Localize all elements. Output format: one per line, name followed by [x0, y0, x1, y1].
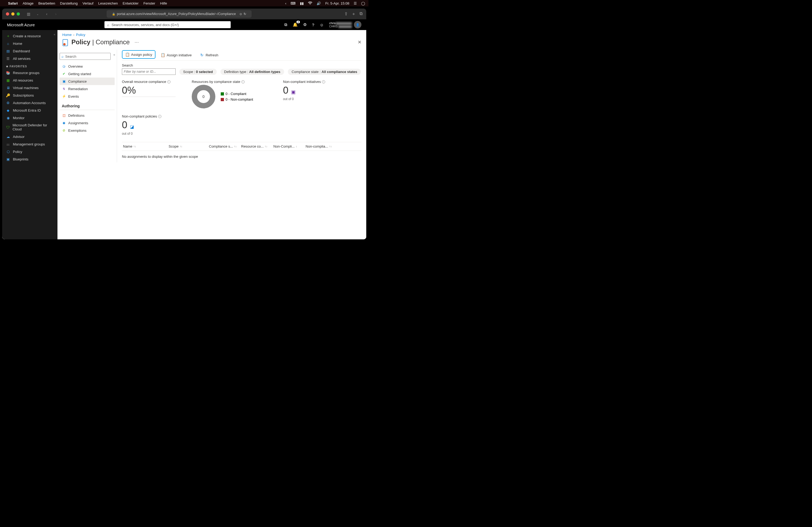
nav-label: Advisor	[13, 135, 25, 139]
nav-icon: ◆	[6, 108, 10, 112]
more-icon[interactable]: ⋯	[134, 40, 139, 45]
menu-item[interactable]: Ablage	[23, 1, 33, 5]
info-icon[interactable]: i	[167, 80, 171, 84]
nav-item-microsoft-entra-id[interactable]: ◆Microsoft Entra ID	[2, 107, 57, 114]
app-name[interactable]: Safari	[8, 1, 18, 5]
info-icon[interactable]: i	[158, 115, 161, 118]
assign-policy-button[interactable]: 📋 Assign policy	[122, 50, 156, 59]
nav-item-monitor[interactable]: ◉Monitor	[2, 114, 57, 122]
nav-create-resource[interactable]: ＋ Create a resource	[2, 32, 57, 40]
collapse-nav-icon[interactable]: «	[54, 33, 55, 36]
definition-type-filter-pill[interactable]: Definition type : All definition types	[220, 69, 284, 75]
nav-item-management-groups[interactable]: ⚏Management groups	[2, 140, 57, 148]
nav-all-services[interactable]: ☰ All services	[2, 55, 57, 62]
menu-item[interactable]: Darstellung	[60, 1, 78, 5]
menu-item[interactable]: Hilfe	[160, 1, 167, 5]
col-scope[interactable]: Scope↑↓	[169, 144, 206, 148]
chevron-left-icon[interactable]: ‹	[285, 1, 286, 5]
nav-icon: ◫	[62, 113, 66, 118]
nav-dashboard[interactable]: ▤ Dashboard	[2, 47, 57, 55]
back-icon[interactable]: ‹	[44, 11, 50, 17]
help-icon[interactable]: ?	[312, 22, 314, 27]
new-tab-icon[interactable]: ＋	[351, 11, 356, 17]
breadcrumb-home[interactable]: Home	[62, 33, 72, 37]
battery-icon[interactable]: ▮▮	[300, 1, 304, 5]
close-window-icon[interactable]	[6, 12, 9, 16]
siri-icon[interactable]: ◯	[361, 1, 365, 5]
nav-item-advisor[interactable]: ☁Advisor	[2, 133, 57, 140]
clock-datetime[interactable]: Fr. 5-Apr. 15:08	[325, 1, 349, 5]
nav-icon: 🛡	[6, 125, 10, 129]
filter-input[interactable]	[122, 69, 176, 75]
nav-icon: ☁	[6, 134, 10, 139]
share-icon[interactable]: ⇪	[344, 11, 348, 17]
forward-icon[interactable]: ›	[53, 11, 59, 17]
nav-item-blueprints[interactable]: ▣Blueprints	[2, 155, 57, 163]
menu-item[interactable]: Bearbeiten	[39, 1, 55, 5]
policy-nav-compliance[interactable]: ▣Compliance	[60, 77, 115, 85]
close-blade-icon[interactable]: ✕	[358, 40, 361, 45]
col-resource-compliance[interactable]: Resource co...↑↓	[241, 144, 271, 148]
menu-item[interactable]: Fenster	[143, 1, 155, 5]
nav-item-all-resources[interactable]: ▦All resources	[2, 76, 57, 84]
menu-item[interactable]: Entwickler	[123, 1, 139, 5]
notifications-icon[interactable]: 🔔2	[293, 22, 298, 27]
nav-item-resource-groups[interactable]: 📚Resource groups	[2, 69, 57, 76]
azure-search-input[interactable]: ⌕ Search resources, services, and docs (…	[104, 21, 231, 28]
account-name: chris	[329, 21, 336, 25]
minimize-window-icon[interactable]	[11, 12, 14, 16]
breadcrumb-policy[interactable]: Policy	[76, 33, 85, 37]
nav-label: All services	[13, 57, 31, 61]
wifi-icon[interactable]	[308, 2, 312, 5]
tabs-icon[interactable]: ⧉	[360, 11, 362, 17]
menu-item[interactable]: Verlauf	[83, 1, 93, 5]
nav-item-policy[interactable]: ⬡Policy	[2, 148, 57, 155]
collapse-policy-nav-icon[interactable]: «	[113, 53, 115, 57]
zoom-window-icon[interactable]	[17, 12, 20, 16]
chevron-down-icon[interactable]: ⌄	[34, 11, 41, 17]
nav-label: Compliance	[68, 79, 87, 84]
feedback-icon[interactable]: ☺	[320, 22, 323, 27]
scope-filter-pill[interactable]: Scope : 0 selected	[179, 69, 217, 75]
refresh-button[interactable]: ↻ Refresh	[197, 51, 221, 59]
policy-nav-definitions[interactable]: ◫Definitions	[60, 111, 115, 119]
reload-icon[interactable]: ↻	[244, 12, 246, 16]
nav-home[interactable]: ⌂ Home	[2, 40, 57, 47]
nav-item-virtual-machines[interactable]: 🖥Virtual machines	[2, 84, 57, 91]
sidebar-toggle-icon[interactable]: ▥	[25, 11, 32, 17]
col-noncompliant-resources[interactable]: Non-Compli...↓	[273, 144, 303, 148]
azure-logo[interactable]: Microsoft Azure	[7, 22, 35, 27]
settings-icon[interactable]: ⚙	[303, 22, 307, 27]
cloud-shell-icon[interactable]: ⧉	[284, 22, 287, 27]
avatar: 👤	[354, 21, 361, 28]
col-noncompliant-policies[interactable]: Non-complia...↑↓	[306, 144, 335, 148]
info-icon[interactable]: i	[242, 80, 245, 84]
translate-icon[interactable]: ⊙	[240, 12, 242, 16]
volume-icon[interactable]: 🔊	[317, 1, 321, 5]
compliance-state-filter-pill[interactable]: Compliance state : All compliance states	[288, 69, 361, 75]
assign-initiative-button[interactable]: 📋 Assign initiative	[158, 51, 194, 59]
svg-point-1	[63, 43, 66, 45]
account-menu[interactable]: chris CHRIS 👤	[329, 21, 361, 28]
nav-label: All resources	[13, 78, 33, 82]
info-icon[interactable]: i	[322, 80, 325, 84]
policy-nav-search[interactable]: ⌕ Search	[60, 53, 111, 60]
policy-nav-getting-started[interactable]: ✔Getting started	[60, 70, 115, 77]
nav-item-microsoft-defender-for-cloud[interactable]: 🛡Microsoft Defender for Cloud	[2, 122, 57, 133]
col-name[interactable]: Name↑↓	[123, 144, 166, 148]
policy-nav-events[interactable]: ⚡Events	[60, 93, 115, 100]
policy-nav-assignments[interactable]: ◉Assignments	[60, 119, 115, 127]
nav-item-automation-accounts[interactable]: ⚙Automation Accounts	[2, 99, 57, 107]
keyboard-icon[interactable]: ⌨	[291, 1, 296, 5]
window-controls[interactable]	[6, 12, 20, 16]
nav-item-subscriptions[interactable]: 🔑Subscriptions	[2, 91, 57, 99]
nav-label: Exemptions	[68, 129, 86, 133]
policy-nav-remediation[interactable]: ↯Remediation	[60, 85, 115, 93]
menu-item[interactable]: Lesezeichen	[98, 1, 118, 5]
policy-nav-exemptions[interactable]: ⊘Exemptions	[60, 127, 115, 134]
control-center-icon[interactable]: ☰	[354, 1, 357, 5]
clipboard-icon: 📋	[125, 52, 129, 57]
col-compliance-state[interactable]: Compliance s...↑↓	[209, 144, 238, 148]
policy-nav-overview[interactable]: ◶Overview	[60, 62, 115, 70]
url-bar[interactable]: 🔒 portal.azure.com/#view/Microsoft_Azure…	[106, 10, 251, 18]
